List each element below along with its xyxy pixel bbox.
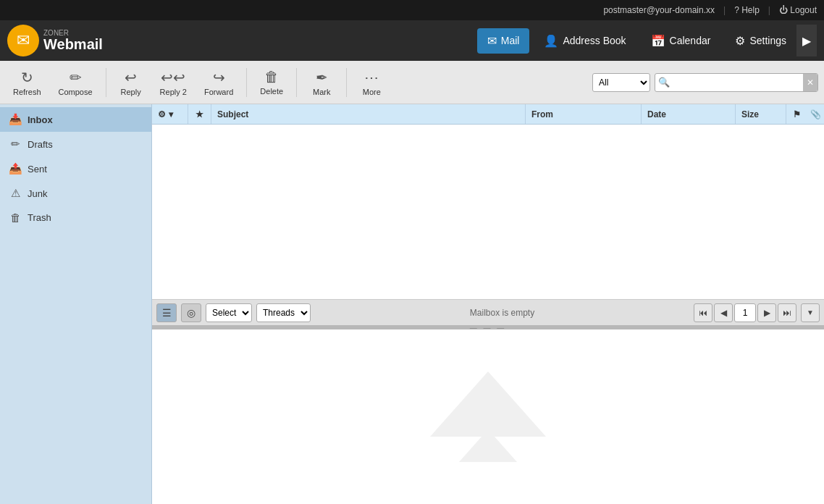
compose-label: Compose [59, 88, 93, 96]
filter-select[interactable]: All [592, 73, 650, 92]
pane-toggle-button[interactable]: ▼ [801, 303, 820, 322]
column-flag[interactable]: ⚑ [786, 104, 807, 124]
pagination: ⏮ ◀ 1 ▶ ⏭ [694, 303, 796, 322]
main-layout: 📥 Inbox ✏ Drafts 📤 Sent ⚠ Junk 🗑 Trash ⚙… [0, 104, 824, 504]
column-subject[interactable]: Subject [211, 104, 526, 124]
sidebar-item-sent[interactable]: 📤 Sent [0, 156, 151, 181]
size-col-label: Size [741, 109, 759, 119]
mail-list-header: ⚙ ▾ ★ Subject From Date Size ⚑ 📎 [152, 104, 824, 125]
inbox-icon: 📥 [9, 113, 22, 126]
next-page-button[interactable]: ▶ [757, 303, 776, 322]
preview-watermark [430, 371, 546, 462]
address-book-icon: 👤 [544, 34, 558, 48]
sidebar-item-inbox[interactable]: 📥 Inbox [0, 107, 151, 132]
nav-settings[interactable]: ⚙ Settings [725, 28, 796, 54]
logo: ✉ ZONER Webmail [7, 25, 103, 56]
column-from[interactable]: From [526, 104, 642, 124]
nav-settings-label: Settings [749, 35, 786, 46]
sent-icon: 📤 [9, 162, 22, 175]
search-icon-button[interactable]: 🔍 [655, 77, 673, 88]
compose-button[interactable]: ✏ Compose [51, 64, 100, 101]
bottom-bar: ☰ ◎ Select Threads Mailbox is empty ⏮ ◀ … [152, 299, 824, 325]
toolbar-filter: All 🔍 ✕ [592, 73, 818, 92]
sidebar-junk-label: Junk [28, 188, 47, 199]
column-star[interactable]: ★ [188, 104, 211, 124]
refresh-label: Refresh [13, 88, 41, 96]
attach-col-icon: 📎 [810, 109, 821, 119]
search-clear-button[interactable]: ✕ [803, 74, 817, 91]
sidebar-trash-label: Trash [28, 212, 51, 223]
forward-button[interactable]: ↪ Forward [197, 64, 240, 101]
nav-more-button[interactable]: ▶ [796, 25, 817, 56]
sidebar: 📥 Inbox ✏ Drafts 📤 Sent ⚠ Junk 🗑 Trash [0, 104, 152, 504]
reply-icon: ↩ [125, 69, 137, 86]
logo-icon: ✉ [7, 25, 39, 56]
mark-button[interactable]: ✒ Mark [303, 64, 340, 101]
mail-empty-area [152, 125, 824, 299]
content-area: ⚙ ▾ ★ Subject From Date Size ⚑ 📎 [152, 104, 824, 504]
column-date[interactable]: Date [642, 104, 736, 124]
sidebar-item-junk[interactable]: ⚠ Junk [0, 181, 151, 206]
nav-mail[interactable]: ✉ Mail [477, 28, 530, 54]
sidebar-inbox-label: Inbox [28, 114, 53, 125]
select-dropdown[interactable]: Select [206, 303, 252, 322]
star-col-icon: ★ [196, 109, 203, 119]
top-bar: postmaster@your-domain.xx | ? Help | ⏻ L… [0, 0, 824, 20]
delete-icon: 🗑 [264, 69, 279, 85]
help-link[interactable]: ? Help [734, 5, 760, 15]
nav-bar: ✉ ZONER Webmail ✉ Mail 👤 Address Book 📅 … [0, 20, 824, 61]
reply-all-button[interactable]: ↩↩ Reply 2 [153, 64, 194, 101]
flag-col-icon: ⚑ [793, 109, 801, 119]
first-page-button[interactable]: ⏮ [694, 303, 712, 322]
forward-icon: ↪ [213, 69, 225, 86]
reply-all-label: Reply 2 [160, 88, 187, 96]
logout-link[interactable]: ⏻ Logout [779, 5, 817, 15]
watermark-triangle-small [459, 429, 517, 462]
search-input[interactable] [673, 74, 803, 91]
sidebar-item-trash[interactable]: 🗑 Trash [0, 206, 151, 230]
more-label: More [363, 88, 381, 96]
nav-calendar-label: Calendar [670, 35, 711, 46]
reply-button[interactable]: ↩ Reply [112, 64, 150, 101]
watermark-triangle-large [430, 371, 546, 437]
sidebar-item-drafts[interactable]: ✏ Drafts [0, 132, 151, 156]
refresh-icon: ↻ [21, 69, 33, 86]
settings-col-icon: ⚙ [158, 109, 166, 119]
refresh-button[interactable]: ↻ Refresh [6, 64, 49, 101]
threads-dropdown[interactable]: Threads [256, 303, 311, 322]
reply-all-icon: ↩↩ [161, 69, 185, 86]
mark-icon: ✒ [316, 69, 328, 86]
settings-icon: ⚙ [735, 34, 745, 48]
delete-label: Delete [260, 87, 283, 96]
column-settings[interactable]: ⚙ ▾ [152, 104, 188, 124]
from-col-label: From [531, 109, 553, 119]
last-page-button[interactable]: ⏭ [778, 303, 796, 322]
sidebar-sent-label: Sent [28, 164, 47, 175]
mark-label: Mark [313, 88, 330, 96]
more-icon: ⋯ [364, 69, 379, 86]
delete-button[interactable]: 🗑 Delete [253, 64, 290, 100]
trash-icon: 🗑 [9, 211, 22, 224]
nav-calendar[interactable]: 📅 Calendar [641, 28, 721, 54]
prev-page-button[interactable]: ◀ [714, 303, 733, 322]
mailbox-status: Mailbox is empty [315, 308, 689, 318]
column-attachment: 📎 [807, 104, 824, 124]
logo-webmail: Webmail [43, 37, 103, 51]
drafts-icon: ✏ [9, 138, 22, 151]
mail-icon: ✉ [487, 34, 497, 48]
nav-address-book-label: Address Book [563, 35, 626, 46]
calendar-icon: 📅 [651, 34, 665, 48]
toolbar: ↻ Refresh ✏ Compose ↩ Reply ↩↩ Reply 2 ↪… [0, 61, 824, 104]
forward-label: Forward [204, 88, 233, 96]
more-button[interactable]: ⋯ More [353, 64, 390, 101]
compose-icon: ✏ [70, 69, 82, 86]
nav-address-book[interactable]: 👤 Address Book [534, 28, 636, 54]
junk-icon: ⚠ [9, 187, 22, 200]
date-col-label: Date [647, 109, 666, 119]
reply-label: Reply [121, 88, 141, 96]
column-size[interactable]: Size [736, 104, 786, 124]
list-view-button[interactable]: ☰ [156, 303, 177, 322]
sidebar-drafts-label: Drafts [28, 139, 53, 150]
compact-view-button[interactable]: ◎ [181, 303, 201, 322]
user-email: postmaster@your-domain.xx [603, 5, 715, 15]
